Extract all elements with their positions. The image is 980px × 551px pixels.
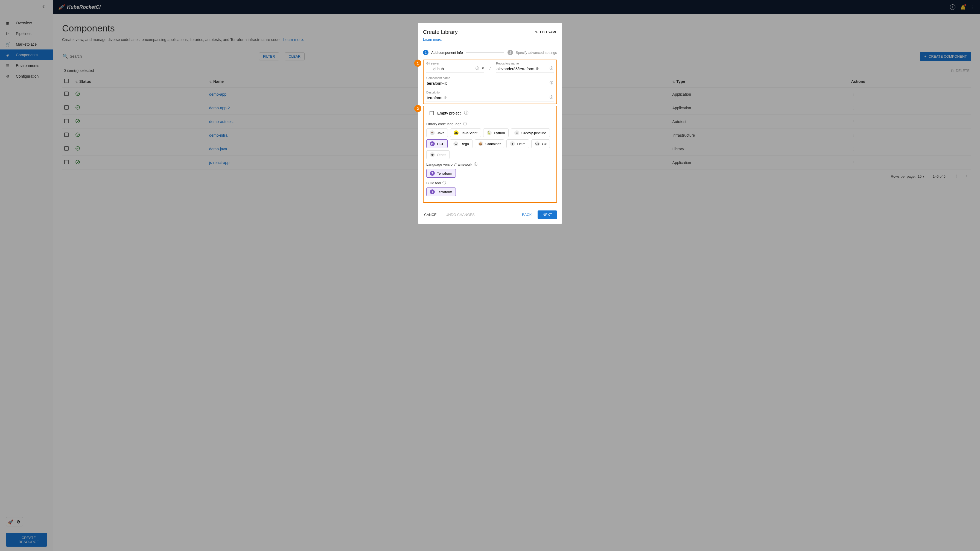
c#-icon: C# [535, 141, 540, 146]
lang-chip-java[interactable]: ☕Java [426, 129, 448, 137]
lang-chip-groovy-pipeline[interactable]: ∞Groovy-pipeline [511, 129, 550, 137]
description-label: Description [426, 91, 554, 94]
java-icon: ☕ [430, 130, 435, 135]
info-icon[interactable]: ⓘ [476, 66, 479, 71]
info-icon[interactable]: ⓘ [442, 180, 446, 185]
helm-icon: ⎈ [510, 141, 515, 146]
info-icon[interactable]: ⓘ [463, 121, 467, 126]
buildtool-chip-terraform[interactable]: TTerraform [426, 187, 456, 196]
cancel-button[interactable]: CANCEL [423, 210, 440, 219]
lang-chip-hcl[interactable]: HHCL [426, 140, 448, 148]
repo-name-label: Repository name [496, 62, 554, 65]
pencil-icon: ✎ [535, 30, 538, 34]
undo-button[interactable]: UNDO CHANGES [445, 210, 476, 219]
container-icon: 📦 [478, 141, 483, 146]
hcl-icon: H [430, 141, 435, 146]
empty-project-label: Empty project [437, 111, 461, 115]
chip-label: Helm [517, 142, 525, 146]
chip-label: Terraform [437, 171, 452, 175]
rego-icon: 🛡 [453, 141, 458, 146]
component-name-input[interactable] [426, 80, 554, 87]
create-library-modal: 1 2 Create Library ✎ EDIT YAML Learn mor… [418, 23, 562, 224]
modal-overlay: 1 2 Create Library ✎ EDIT YAML Learn mor… [0, 0, 980, 551]
back-button[interactable]: BACK [521, 210, 533, 219]
python-icon: 🐍 [487, 130, 492, 135]
chevron-down-icon[interactable]: ▾ [482, 65, 484, 71]
lang-chip-other[interactable]: ⊕Other [426, 150, 450, 159]
step-1-badge: 1 [423, 50, 428, 55]
lang-chip-python[interactable]: 🐍Python [483, 129, 508, 137]
annotation-2: 2 [414, 105, 422, 112]
chip-label: Java [437, 131, 444, 135]
chip-label: Rego [460, 142, 469, 146]
component-name-label: Component name [426, 76, 554, 79]
terraform-icon: T [430, 189, 435, 194]
javascript-icon: JS [453, 130, 458, 135]
chip-label: HCL [437, 142, 444, 146]
path-separator: / [488, 66, 492, 72]
code-lang-label: Library code language [426, 122, 461, 126]
buildtool-label: Build tool [426, 181, 441, 185]
git-server-label: Git server [426, 62, 484, 65]
chip-label: C# [542, 142, 547, 146]
lang-chip-container[interactable]: 📦Container [475, 140, 504, 148]
modal-learn-more[interactable]: Learn more. [423, 37, 557, 41]
step-1-label: Add component info [431, 51, 463, 55]
annotation-1: 1 [414, 60, 422, 67]
chip-label: Terraform [437, 190, 452, 194]
info-icon[interactable]: ⓘ [550, 95, 553, 100]
info-icon[interactable]: ⓘ [474, 162, 477, 167]
modal-title: Create Library [423, 29, 458, 35]
chip-label: JavaScript [461, 131, 477, 135]
lang-chip-rego[interactable]: 🛡Rego [450, 140, 473, 148]
step-2-badge: 2 [508, 50, 513, 55]
repo-name-input[interactable] [496, 65, 554, 72]
step-2-label: Specify advanced settings [516, 51, 557, 55]
empty-project-checkbox[interactable] [430, 111, 434, 115]
next-button[interactable]: NEXT [538, 210, 557, 219]
chip-label: Python [494, 131, 505, 135]
description-input[interactable] [426, 95, 554, 102]
framework-chip-terraform[interactable]: TTerraform [426, 169, 456, 178]
framework-label: Language version/framework [426, 162, 472, 167]
other-icon: ⊕ [430, 152, 435, 157]
edit-yaml-button[interactable]: ✎ EDIT YAML [535, 30, 557, 34]
chip-label: Container [485, 142, 501, 146]
chip-label: Groovy-pipeline [522, 131, 546, 135]
lang-chip-helm[interactable]: ⎈Helm [506, 140, 529, 148]
terraform-icon: T [430, 171, 435, 176]
info-icon[interactable]: ⓘ [550, 80, 553, 85]
chip-label: Other [437, 153, 446, 157]
edit-yaml-label: EDIT YAML [540, 30, 557, 34]
info-icon[interactable]: ⓘ [464, 110, 468, 116]
lang-chip-c#[interactable]: C#C# [531, 140, 550, 148]
info-icon[interactable]: ⓘ [550, 66, 553, 71]
lang-chip-javascript[interactable]: JSJavaScript [450, 129, 481, 137]
groovy-pipeline-icon: ∞ [514, 130, 519, 135]
